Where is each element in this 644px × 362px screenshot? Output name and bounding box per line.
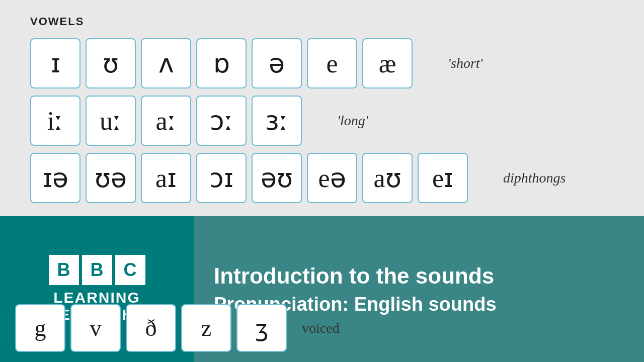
- bottom-z: z: [181, 304, 231, 352]
- symbol-box-oo: ɔː: [196, 96, 247, 146]
- long-vowels-row: iː uː aː ɔː ɜː 'long': [30, 96, 614, 146]
- bbc-boxes: B B C: [49, 255, 145, 285]
- symbol-box-ea: eə: [307, 153, 357, 203]
- bbc-b2: B: [82, 255, 112, 285]
- symbol-box-ei: eɪ: [418, 153, 468, 203]
- bottom-section: B B C LEARNING ENGLISH g v ð z ʒ voiced …: [0, 216, 644, 362]
- title-main: Introduction to the sounds: [214, 263, 624, 290]
- symbol-box-wedge: ʌ: [141, 38, 191, 88]
- symbol-box-i: ɪ: [30, 38, 80, 88]
- bottom-ezh: ʒ: [236, 304, 287, 352]
- bottom-eth: ð: [126, 304, 176, 352]
- symbol-box-aa: aː: [141, 96, 191, 146]
- symbol-box-o: ɒ: [196, 38, 247, 88]
- symbol-box-ia: ɪə: [30, 153, 80, 203]
- short-vowels-row: ɪ ʊ ʌ ɒ ə e æ 'short': [30, 38, 614, 88]
- voiced-label: voiced: [302, 320, 340, 336]
- bottom-v: v: [70, 304, 121, 352]
- main-content: VOWELS ɪ ʊ ʌ ɒ ə e æ 'short' iː uː aː ɔː…: [0, 0, 644, 213]
- bbc-b1: B: [49, 255, 79, 285]
- symbol-box-oi: ɔɪ: [196, 153, 247, 203]
- bottom-g: g: [15, 304, 65, 352]
- symbol-box-ae: æ: [362, 38, 413, 88]
- symbol-box-upsilon: ʊ: [86, 38, 136, 88]
- vowel-rows: ɪ ʊ ʌ ɒ ə e æ 'short' iː uː aː ɔː ɜː 'lo…: [30, 38, 614, 203]
- symbol-box-uu: uː: [86, 96, 136, 146]
- diphthongs-label: diphthongs: [503, 170, 566, 186]
- symbol-box-ee: ɜː: [252, 96, 302, 146]
- symbol-box-ai: aɪ: [141, 153, 191, 203]
- short-label: 'short': [448, 55, 483, 71]
- diphthongs-row: ɪə ʊə aɪ ɔɪ əʊ eə aʊ eɪ diphthongs: [30, 153, 614, 203]
- title-panel: g v ð z ʒ voiced Introduction to the sou…: [194, 216, 644, 362]
- symbol-box-e: e: [307, 38, 357, 88]
- long-label: 'long': [337, 113, 368, 129]
- bbc-c: C: [115, 255, 145, 285]
- symbol-box-ii: iː: [30, 96, 80, 146]
- symbol-box-aou: aʊ: [362, 153, 413, 203]
- symbol-box-ua: ʊə: [86, 153, 136, 203]
- symbol-box-schwa: ə: [252, 38, 302, 88]
- symbol-box-au: əʊ: [252, 153, 302, 203]
- section-label: VOWELS: [30, 15, 614, 28]
